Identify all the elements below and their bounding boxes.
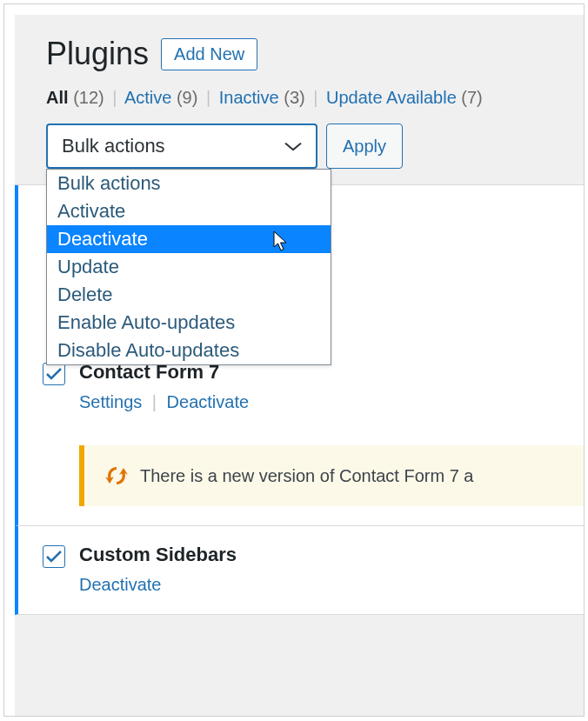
bulk-option-delete[interactable]: Delete	[47, 281, 331, 309]
bulk-option-activate[interactable]: Activate	[47, 197, 331, 225]
bulk-option-bulk-actions[interactable]: Bulk actions	[47, 170, 331, 197]
apply-button[interactable]: Apply	[326, 124, 403, 169]
filter-all[interactable]: All (12)	[46, 88, 109, 107]
bulk-option-disable-auto[interactable]: Disable Auto-updates	[47, 337, 331, 364]
bulk-option-deactivate[interactable]: Deactivate	[47, 225, 331, 253]
plugin-row: Custom Sidebars Deactivate	[15, 526, 584, 615]
bulk-actions-select[interactable]: Bulk actions Bulk actions Activate Deact…	[46, 124, 317, 169]
cursor-icon	[273, 230, 291, 253]
plugin-deactivate-link[interactable]: Deactivate	[79, 575, 162, 594]
bulk-option-enable-auto[interactable]: Enable Auto-updates	[47, 309, 331, 337]
add-new-button[interactable]: Add New	[161, 38, 257, 70]
filter-update-available[interactable]: Update Available (7)	[326, 88, 483, 107]
filter-inactive[interactable]: Inactive (3)	[219, 88, 311, 107]
plugin-name: Custom Sidebars	[79, 544, 237, 566]
filter-bar: All (12) | Active (9) | Inactive (3) | U…	[15, 88, 584, 124]
bulk-actions-dropdown: Bulk actions Activate Deactivate Update …	[46, 169, 331, 365]
plugin-checkbox[interactable]	[43, 363, 65, 385]
update-notice: There is a new version of Contact Form 7…	[79, 445, 584, 506]
check-icon	[46, 551, 62, 563]
page-title: Plugins	[46, 36, 149, 72]
filter-active[interactable]: Active (9)	[124, 88, 203, 107]
bulk-option-update[interactable]: Update	[47, 253, 331, 281]
check-icon	[46, 368, 62, 380]
chevron-down-icon	[284, 137, 302, 156]
plugin-deactivate-link[interactable]: Deactivate	[167, 392, 250, 411]
plugin-settings-link[interactable]: Settings	[79, 392, 142, 411]
plugin-checkbox[interactable]	[43, 545, 65, 568]
update-notice-text: There is a new version of Contact Form 7…	[140, 466, 474, 486]
refresh-icon	[105, 464, 128, 487]
bulk-actions-selected: Bulk actions	[62, 135, 165, 157]
